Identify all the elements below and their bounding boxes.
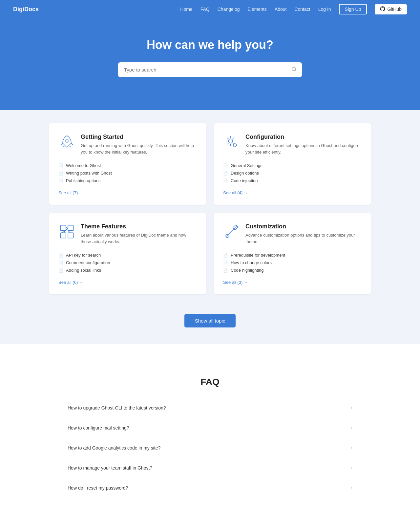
chevron-right-icon: ›: [351, 485, 352, 491]
card-description: Get up and running with Ghost quickly. T…: [81, 142, 197, 155]
card-customization: Customization Advance customization opti…: [214, 213, 371, 294]
faq-item[interactable]: How to configure mail setting? ›: [62, 418, 358, 438]
list-item[interactable]: Adding social links: [58, 266, 197, 274]
card-header: Customization Advance customization opti…: [223, 223, 362, 245]
nav-faq[interactable]: FAQ: [200, 7, 210, 12]
list-item[interactable]: Code highlighting: [223, 266, 362, 274]
nav-home[interactable]: Home: [180, 7, 192, 12]
card-header: Configuration Know about different setti…: [223, 134, 362, 155]
card-header: Theme Features Learn about various featu…: [58, 223, 197, 245]
see-all-link[interactable]: See all (6) →: [58, 280, 83, 285]
list-item[interactable]: Comment configuration: [58, 259, 197, 266]
search-input[interactable]: [118, 62, 302, 77]
show-all-section: Show all topic: [0, 307, 420, 344]
see-all-link[interactable]: See all (4) →: [223, 190, 248, 195]
card-description: Know about different settings options in…: [245, 142, 362, 155]
card-links: General Settings Design options Code inj…: [223, 162, 362, 184]
list-item[interactable]: Welcome to Ghost: [58, 162, 197, 169]
cards-grid: Getting Started Get up and running with …: [49, 123, 371, 294]
list-item[interactable]: How to change colors: [223, 259, 362, 266]
chevron-right-icon: ›: [351, 465, 352, 471]
svg-point-3: [228, 139, 233, 143]
svg-rect-6: [61, 233, 66, 238]
chevron-right-icon: ›: [351, 405, 352, 410]
card-description: Learn about various features of DigiDoc …: [81, 232, 197, 245]
tools-icon: [223, 223, 240, 240]
card-description: Advance customization options and tips t…: [245, 232, 362, 245]
nav-contact[interactable]: Contact: [294, 7, 310, 12]
faq-title: FAQ: [62, 377, 358, 387]
nav-links: Home FAQ Changelog Elements About Contac…: [180, 4, 407, 14]
list-item[interactable]: API key for search: [58, 251, 197, 259]
faq-item[interactable]: How to add Google analytics code in my s…: [62, 438, 358, 458]
github-label: GitHub: [387, 7, 402, 12]
nav-login[interactable]: Log In: [318, 7, 331, 12]
puzzle-icon: [58, 223, 75, 240]
faq-item[interactable]: How to manage your team staff in Ghost? …: [62, 458, 358, 478]
github-button[interactable]: GitHub: [375, 4, 407, 14]
list-item[interactable]: Design options: [223, 169, 362, 177]
card-title: Getting Started: [81, 134, 197, 140]
card-links: API key for search Comment configuration…: [58, 251, 197, 274]
list-item[interactable]: Writing posts with Ghost: [58, 169, 197, 177]
cards-section: Getting Started Get up and running with …: [0, 110, 420, 307]
search-icon: [291, 67, 297, 73]
card-header: Getting Started Get up and running with …: [58, 134, 197, 155]
list-item[interactable]: Publishing options: [58, 177, 197, 184]
svg-point-4: [233, 144, 237, 147]
faq-question: How to add Google analytics code in my s…: [68, 445, 160, 451]
nav-about[interactable]: About: [275, 7, 287, 12]
see-all-link[interactable]: See all (7) →: [58, 190, 83, 195]
brand-logo[interactable]: DigiDocs: [13, 6, 39, 13]
nav-changelog[interactable]: Changelog: [218, 7, 240, 12]
chevron-right-icon: ›: [351, 425, 352, 430]
svg-rect-10: [233, 225, 238, 230]
show-all-button[interactable]: Show all topic: [184, 314, 236, 327]
card-title: Customization: [245, 223, 362, 230]
see-all-link[interactable]: See all (3) →: [223, 280, 248, 285]
card-getting-started: Getting Started Get up and running with …: [49, 123, 206, 205]
faq-question: How do I reset my password?: [68, 485, 128, 491]
gear-icon: [223, 134, 240, 151]
card-theme-features: Theme Features Learn about various featu…: [49, 213, 206, 294]
faq-section: FAQ How to upgrade Ghost-CLI to the late…: [49, 360, 371, 518]
card-title: Theme Features: [81, 223, 197, 230]
svg-rect-8: [68, 233, 73, 238]
list-item[interactable]: General Settings: [223, 162, 362, 169]
rocket-icon: [58, 134, 75, 151]
svg-rect-5: [61, 225, 66, 231]
card-title: Configuration: [245, 134, 362, 140]
chevron-right-icon: ›: [351, 445, 352, 451]
faq-list: How to upgrade Ghost-CLI to the latest v…: [62, 398, 358, 498]
hero-section: How can we help you?: [0, 18, 420, 110]
faq-item[interactable]: How do I reset my password? ›: [62, 478, 358, 498]
faq-question: How to configure mail setting?: [68, 425, 129, 430]
list-item[interactable]: Code injection: [223, 177, 362, 184]
faq-question: How to upgrade Ghost-CLI to the latest v…: [68, 405, 166, 410]
card-links: Welcome to Ghost Writing posts with Ghos…: [58, 162, 197, 184]
signup-button[interactable]: Sign Up: [339, 4, 367, 14]
faq-question: How to manage your team staff in Ghost?: [68, 465, 152, 471]
card-configuration: Configuration Know about different setti…: [214, 123, 371, 205]
hero-title: How can we help you?: [7, 38, 413, 52]
list-item[interactable]: Prerequisite for development: [223, 251, 362, 259]
github-icon: [380, 6, 385, 12]
svg-rect-7: [68, 225, 73, 231]
navbar: DigiDocs Home FAQ Changelog Elements Abo…: [0, 0, 420, 18]
card-links: Prerequisite for development How to chan…: [223, 251, 362, 274]
nav-elements[interactable]: Elements: [247, 7, 266, 12]
svg-line-1: [295, 70, 296, 71]
svg-point-2: [66, 140, 68, 142]
faq-item[interactable]: How to upgrade Ghost-CLI to the latest v…: [62, 398, 358, 418]
search-box: [118, 62, 302, 77]
